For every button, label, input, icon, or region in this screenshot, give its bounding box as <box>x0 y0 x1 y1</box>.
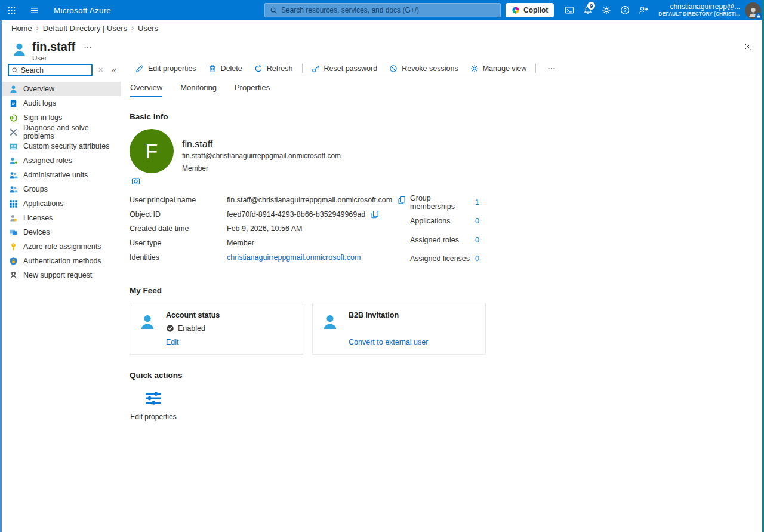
sidebar-item-applications[interactable]: Applications <box>0 196 121 211</box>
sidebar-item-label: Sign-in logs <box>23 113 62 122</box>
profile-email: fin.staff@christianaguirreppgmail.onmicr… <box>182 152 341 160</box>
sidebar-item-groups[interactable]: Groups <box>0 182 121 196</box>
sidebar-item-new-support-request[interactable]: New support request <box>0 268 121 282</box>
check-badge-icon <box>166 324 174 333</box>
help-button[interactable] <box>615 0 634 20</box>
waffle-icon <box>7 6 16 15</box>
tab-bar: Overview Monitoring Properties <box>130 83 754 97</box>
revoke-sessions-button[interactable]: Revoke sessions <box>383 61 464 76</box>
sidebar-item-administrative-units[interactable]: Administrative units <box>0 168 121 182</box>
person-icon <box>321 312 339 333</box>
sidebar-item-licenses[interactable]: Licenses <box>0 211 121 225</box>
breadcrumb-separator: › <box>36 24 39 32</box>
sidebar-collapse-button[interactable]: « <box>112 66 116 75</box>
title-more-button[interactable] <box>84 43 92 51</box>
breadcrumb-directory[interactable]: Default Directory | Users <box>43 24 127 33</box>
block-icon <box>389 64 398 73</box>
feedback-button[interactable] <box>634 0 652 20</box>
tab-properties[interactable]: Properties <box>235 83 270 97</box>
sidebar-search-input[interactable] <box>21 66 89 75</box>
sidebar-item-sign-in-logs[interactable]: Sign-in logs <box>0 110 121 125</box>
support-icon <box>9 271 18 280</box>
sidebar-item-label: Diagnose and solve problems <box>23 124 121 140</box>
stat-label: Group memberships <box>410 194 475 211</box>
revoke-sessions-label: Revoke sessions <box>402 64 458 73</box>
stat-label: Assigned licenses <box>410 254 470 263</box>
sidebar-item-label: Assigned roles <box>23 156 72 165</box>
breadcrumb: Home › Default Directory | Users › Users <box>0 20 764 36</box>
field-user-principal-name: User principal name fin.staff@christiana… <box>130 193 410 207</box>
account-status-value: Enabled <box>178 324 205 333</box>
quick-action-label: Edit properties <box>130 413 177 421</box>
stat-value-link[interactable]: 0 <box>475 236 479 244</box>
sidebar-item-diagnose[interactable]: Diagnose and solve problems <box>0 125 121 139</box>
copy-icon <box>398 196 406 204</box>
account-menu[interactable]: christianaguirrepp@... DEFAULT DIRECTORY… <box>658 3 740 17</box>
tab-monitoring[interactable]: Monitoring <box>180 83 217 97</box>
refresh-button[interactable]: Refresh <box>248 61 299 76</box>
cloud-shell-button[interactable] <box>560 0 578 20</box>
stat-value-link[interactable]: 0 <box>475 217 479 225</box>
global-search-input[interactable] <box>281 6 495 14</box>
breadcrumb-separator: › <box>131 24 134 32</box>
manage-view-button[interactable]: Manage view <box>464 61 533 76</box>
brand-title[interactable]: Microsoft Azure <box>54 6 111 15</box>
avatar-lock-badge <box>755 13 762 20</box>
toolbar-divider <box>535 64 536 73</box>
reset-password-label: Reset password <box>324 64 378 73</box>
stat-applications: Applications 0 <box>410 212 479 231</box>
copilot-button[interactable]: Copilot <box>506 3 554 17</box>
close-blade-button[interactable] <box>744 41 752 51</box>
reset-password-button[interactable]: Reset password <box>306 61 384 76</box>
stat-label: Applications <box>410 217 450 225</box>
account-avatar[interactable] <box>745 2 761 19</box>
copy-upn-button[interactable] <box>398 196 406 204</box>
copy-icon <box>371 210 379 219</box>
cloud-shell-icon <box>565 5 574 15</box>
sidebar-item-audit-logs[interactable]: Audit logs <box>0 96 121 110</box>
stat-group-memberships: Group memberships 1 <box>410 193 479 212</box>
sidebar-item-label: Groups <box>23 185 48 193</box>
field-label: User type <box>130 239 227 247</box>
toolbar-more-button[interactable] <box>539 64 564 73</box>
sidebar-item-overview[interactable]: Overview <box>0 82 121 96</box>
tab-overview[interactable]: Overview <box>130 83 162 97</box>
stat-value-link[interactable]: 0 <box>475 254 479 263</box>
portal-menu-button[interactable] <box>23 0 45 20</box>
change-photo-button[interactable] <box>131 177 140 186</box>
stat-label: Assigned roles <box>410 236 459 244</box>
notifications-button[interactable]: 9 <box>578 0 597 20</box>
sidebar-item-assigned-roles[interactable]: Assigned roles <box>0 153 121 168</box>
account-status-card: Account status Enabled Edit <box>130 303 303 355</box>
sidebar-item-azure-role-assignments[interactable]: Azure role assignments <box>0 239 121 254</box>
ellipsis-icon <box>547 64 556 73</box>
close-icon <box>744 42 752 51</box>
convert-to-external-user-link[interactable]: Convert to external user <box>349 338 477 346</box>
sidebar-search[interactable] <box>8 64 93 76</box>
app-launcher-button[interactable] <box>0 0 23 20</box>
copy-object-id-button[interactable] <box>371 210 379 219</box>
delete-button[interactable]: Delete <box>202 61 248 76</box>
sidebar-item-devices[interactable]: Devices <box>0 225 121 239</box>
sidebar-item-custom-security-attributes[interactable]: Custom security attributes <box>0 139 121 153</box>
identities-link[interactable]: christianaguirreppgmail.onmicrosoft.com <box>227 253 361 262</box>
azure-top-bar: Microsoft Azure Copilot 9 christianaguir… <box>0 0 764 20</box>
search-icon <box>270 7 278 14</box>
shield-lock-icon <box>9 257 18 266</box>
sidebar-search-clear-icon[interactable]: ✕ <box>98 66 103 74</box>
field-identities: Identities christianaguirreppgmail.onmic… <box>130 250 410 265</box>
stat-value-link[interactable]: 1 <box>475 198 479 207</box>
user-avatar: F <box>130 129 174 173</box>
refresh-label: Refresh <box>267 64 293 73</box>
sidebar-item-authentication-methods[interactable]: Authentication methods <box>0 254 121 268</box>
sidebar-item-label: Audit logs <box>23 99 56 107</box>
global-search[interactable] <box>264 3 501 17</box>
settings-button[interactable] <box>597 0 615 20</box>
quick-action-edit-properties[interactable]: Edit properties <box>130 389 177 421</box>
toolbar-divider <box>302 64 303 73</box>
breadcrumb-home[interactable]: Home <box>11 24 32 33</box>
profile-membership: Member <box>182 164 341 173</box>
edit-account-status-link[interactable]: Edit <box>166 338 294 346</box>
license-icon <box>9 214 18 223</box>
edit-properties-button[interactable]: Edit properties <box>130 61 202 76</box>
